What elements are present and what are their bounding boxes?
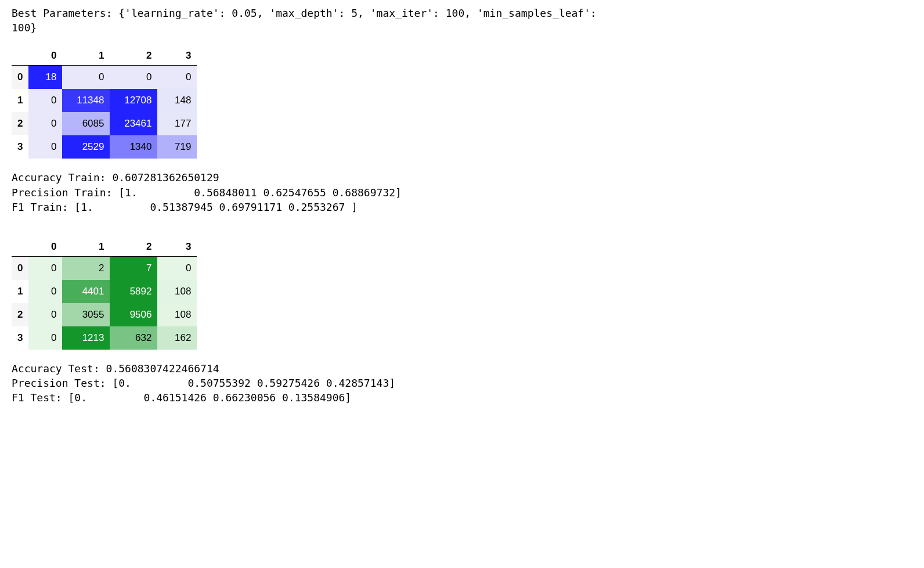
matrix-col-header: 2 — [110, 238, 157, 257]
matrix-cell: 1340 — [110, 135, 157, 159]
matrix-cell: 0 — [110, 66, 157, 89]
matrix-cell: 177 — [157, 112, 197, 135]
matrix-cell: 0 — [28, 135, 62, 159]
matrix-cell: 3055 — [62, 303, 110, 326]
matrix-cell: 9506 — [110, 303, 157, 326]
matrix-col-header: 2 — [110, 46, 157, 66]
matrix-cell: 2 — [62, 256, 110, 280]
matrix-cell: 0 — [28, 89, 62, 112]
matrix-row-header: 0 — [12, 256, 28, 280]
matrix-col-header: 0 — [28, 46, 62, 66]
matrix-cell: 11348 — [62, 89, 110, 112]
test-precision: Precision Test: [0. 0.50755392 0.5927542… — [12, 376, 912, 390]
matrix-cell: 719 — [157, 135, 197, 159]
train-confusion-matrix: 0123018000101134812708148206085234611773… — [12, 46, 197, 159]
best-params-line-2: 100} — [12, 20, 912, 35]
matrix-cell: 12708 — [110, 89, 157, 112]
matrix-cell: 0 — [28, 112, 62, 135]
matrix-cell: 0 — [28, 256, 62, 280]
test-block: 0123002701044015892108203055950610830121… — [12, 238, 912, 405]
best-params-line-1: Best Parameters: {'learning_rate': 0.05,… — [12, 6, 912, 20]
matrix-cell: 0 — [28, 303, 62, 326]
matrix-row-header: 1 — [12, 280, 28, 303]
train-block: 0123018000101134812708148206085234611773… — [12, 46, 912, 214]
test-accuracy: Accuracy Test: 0.5608307422466714 — [12, 361, 912, 376]
matrix-row-header: 3 — [12, 135, 28, 159]
matrix-col-header: 1 — [62, 46, 110, 66]
matrix-cell: 0 — [28, 326, 62, 350]
matrix-cell: 23461 — [110, 112, 157, 135]
test-confusion-matrix: 0123002701044015892108203055950610830121… — [12, 238, 197, 350]
matrix-row-header: 2 — [12, 303, 28, 326]
matrix-corner — [12, 46, 28, 66]
matrix-cell: 0 — [28, 280, 62, 303]
matrix-corner — [12, 238, 28, 257]
matrix-cell: 0 — [62, 66, 110, 89]
matrix-cell: 0 — [157, 66, 197, 89]
matrix-cell: 0 — [157, 256, 197, 280]
matrix-row-header: 3 — [12, 326, 28, 350]
matrix-cell: 5892 — [110, 280, 157, 303]
matrix-cell: 4401 — [62, 280, 110, 303]
matrix-cell: 7 — [110, 256, 157, 280]
matrix-cell: 6085 — [62, 112, 110, 135]
train-precision: Precision Train: [1. 0.56848011 0.625476… — [12, 185, 912, 200]
matrix-cell: 108 — [157, 303, 197, 326]
matrix-row-header: 1 — [12, 89, 28, 112]
matrix-cell: 108 — [157, 280, 197, 303]
train-accuracy: Accuracy Train: 0.607281362650129 — [12, 170, 912, 185]
train-f1: F1 Train: [1. 0.51387945 0.69791171 0.25… — [12, 200, 912, 214]
matrix-col-header: 0 — [28, 238, 62, 257]
matrix-col-header: 3 — [157, 238, 197, 257]
matrix-row-header: 0 — [12, 66, 28, 89]
matrix-cell: 632 — [110, 326, 157, 350]
matrix-cell: 148 — [157, 89, 197, 112]
matrix-cell: 162 — [157, 326, 197, 350]
matrix-cell: 2529 — [62, 135, 110, 159]
matrix-col-header: 1 — [62, 238, 110, 257]
test-f1: F1 Test: [0. 0.46151426 0.66230056 0.135… — [12, 390, 912, 405]
matrix-row-header: 2 — [12, 112, 28, 135]
matrix-col-header: 3 — [157, 46, 197, 66]
matrix-cell: 1213 — [62, 326, 110, 350]
matrix-cell: 18 — [28, 66, 62, 89]
